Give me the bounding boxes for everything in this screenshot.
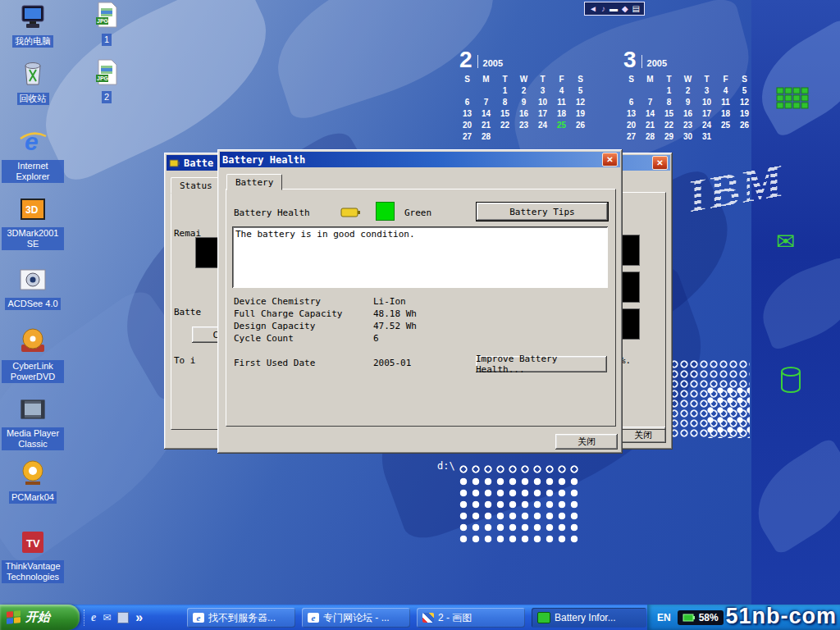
3dmark-icon: 3D [19, 197, 47, 225]
calendar-date: 3 [533, 85, 552, 97]
brightness-icon[interactable]: ◆ [622, 4, 628, 13]
chevron-double-icon[interactable]: » [135, 610, 143, 625]
calendar-date: 30 [678, 131, 697, 143]
tab-battery[interactable]: Battery [226, 174, 282, 190]
calendar-date: 19 [571, 108, 590, 120]
calendar-date: 5 [735, 85, 754, 97]
desktop-icon-label: ACDSee 4.0 [5, 298, 60, 310]
calendar-date: 27 [622, 131, 641, 143]
calendar-date: 4 [552, 85, 571, 97]
calendar-date: 13 [622, 108, 641, 120]
dots-pattern [705, 386, 750, 438]
desktop-icon-label: Media Player Classic [2, 427, 64, 450]
desktop-icon-powerdvd[interactable]: CyberLink PowerDVD [2, 328, 64, 383]
taskbar-task-forum[interactable]: e 专门网论坛 - ... [302, 608, 410, 628]
calendar-grid: SMTWTFS123456789101112131415161718192021… [458, 74, 597, 143]
calendar-date: 31 [697, 131, 716, 143]
calendar-day-header: F [716, 74, 735, 85]
taskbar-task-server-not-found[interactable]: e 找不到服务器... [187, 608, 295, 628]
calendar-date [514, 131, 533, 143]
svg-text:TV: TV [26, 537, 40, 550]
battery-percent: 58% [699, 612, 719, 623]
recycle-bin-icon [21, 59, 45, 90]
calendar-day-header: M [641, 74, 660, 85]
desktop-icon-media-player-classic[interactable]: Media Player Classic [2, 397, 64, 450]
battery-health-titlebar[interactable]: Battery Health ✕ [220, 152, 620, 167]
jpg-file-icon: JPG [94, 2, 119, 31]
calendar-date: 22 [495, 120, 514, 131]
desktop-icon-my-computer[interactable]: 我的电脑 [2, 5, 64, 48]
calendar-day-header: T [495, 74, 514, 85]
quick-launch: e ✉ » [84, 607, 143, 628]
calendar-february: 2 2005 SMTWTFS12345678910111213141516171… [458, 46, 597, 143]
calendar-date: 8 [495, 97, 514, 108]
calendar-date: 8 [660, 97, 678, 108]
calendar-date: 21 [641, 120, 660, 131]
calendar-date: 2 [514, 85, 533, 97]
calendar-date: 22 [660, 120, 678, 131]
calendar-date: 16 [514, 108, 533, 120]
calendar-year: 2005 [647, 58, 667, 68]
desktop-icon-3dmark2001[interactable]: 3D 3DMark2001 SE [2, 197, 64, 250]
floating-toolbar[interactable]: ◄ ♪ ▬ ◆ ▤ [584, 2, 645, 16]
mail-icon[interactable]: ✉ [103, 612, 111, 623]
calendar-date [716, 131, 735, 143]
desktop-icon-pcmark04[interactable]: PCMark04 [2, 459, 64, 504]
calendar-grid: SMTWTFS123456789101112131415161718192021… [622, 74, 761, 143]
desktop-icon-acdsee[interactable]: ACDSee 4.0 [2, 267, 64, 310]
jpg-file-icon: JPG [94, 59, 119, 89]
calendar-date [533, 131, 552, 143]
close-icon[interactable]: ✕ [602, 153, 618, 167]
calendar-day-header: T [533, 74, 552, 85]
tab-status[interactable]: Status [171, 177, 221, 194]
desktop: IBM ✉ d:\ ◄ ♪ ▬ ◆ ▤ 2 2005 SMTWTFS123456… [0, 0, 840, 630]
calendar-date: 1 [660, 85, 678, 97]
desktop-icon-thinkvantage[interactable]: TV ThinkVantage Technologies [2, 530, 64, 583]
calendar-month-number: 2 [459, 49, 472, 71]
divider [477, 55, 478, 68]
database-cylinder-icon [779, 366, 802, 395]
battery-icon [169, 158, 180, 168]
calendar-date: 12 [571, 97, 590, 108]
calendar-date [641, 85, 660, 97]
desktop-icon-file-1[interactable]: JPG 1 [75, 2, 138, 46]
acdsee-icon [19, 267, 47, 295]
calendar-date: 20 [458, 120, 477, 131]
calendar-date: 5 [571, 85, 590, 97]
speaker-icon[interactable]: ♪ [601, 4, 605, 13]
calendar-date: 18 [716, 108, 735, 120]
arrow-icon[interactable]: ◄ [589, 4, 597, 13]
battery-tray-indicator[interactable]: 58% [678, 610, 724, 625]
mail-icon: ✉ [776, 228, 795, 255]
task-label: 2 - 画图 [438, 611, 472, 625]
media-player-icon[interactable] [117, 612, 129, 623]
calendar-date: 1 [495, 85, 514, 97]
calendar-date: 19 [735, 108, 754, 120]
calendar-date: 4 [716, 85, 735, 97]
desktop-icon-label: Internet Explorer [2, 160, 64, 183]
calendar-date: 29 [660, 131, 678, 143]
desktop-icon-recycle-bin[interactable]: 回收站 [2, 59, 64, 105]
divider [84, 609, 84, 626]
close-button[interactable]: 关闭 [555, 434, 618, 450]
calendar-date: 10 [533, 97, 552, 108]
desktop-icon-label: ThinkVantage Technologies [2, 560, 64, 583]
calendar-day-header: S [571, 74, 590, 85]
close-icon[interactable]: ✕ [652, 156, 668, 170]
keyboard-icon[interactable]: ▤ [632, 4, 640, 13]
display-icon[interactable]: ▬ [609, 4, 618, 13]
taskbar-task-battery-information[interactable]: Battery Infor... [532, 608, 646, 628]
desktop-icon-internet-explorer[interactable]: e Internet Explorer [2, 128, 64, 183]
internet-explorer-icon[interactable]: e [91, 611, 96, 624]
calendar-date: 25 [716, 120, 735, 131]
wallpaper-leaf [740, 436, 840, 555]
start-button[interactable]: 开始 [0, 605, 80, 630]
tab-panel [226, 189, 616, 427]
calendar-day-header: T [660, 74, 678, 85]
grid-icon [776, 87, 809, 110]
desktop-icon-file-2[interactable]: JPG 2 [75, 59, 138, 103]
taskbar-task-paint[interactable]: 2 - 画图 [417, 608, 525, 628]
language-indicator[interactable]: EN [657, 612, 671, 623]
calendar-day-header: S [622, 74, 641, 85]
window-title: Batte [184, 158, 213, 169]
